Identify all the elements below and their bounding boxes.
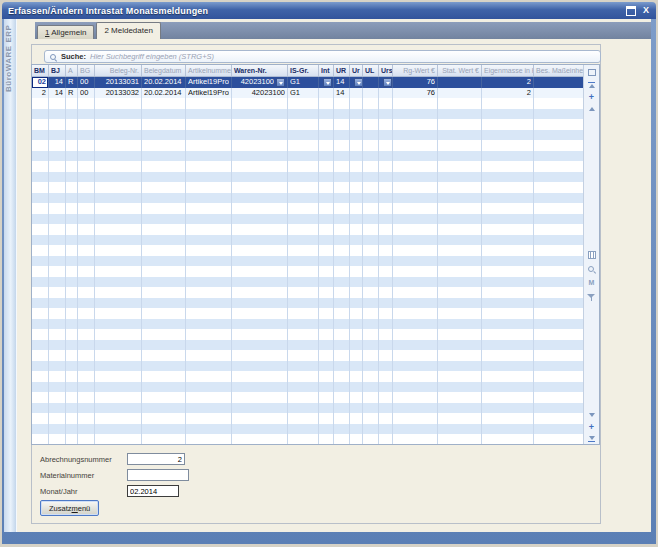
scroll-bottom-icon[interactable]: [584, 433, 599, 445]
table-cell-a[interactable]: R: [66, 88, 78, 99]
table-cell-a[interactable]: R: [66, 77, 78, 88]
table-cell-bm[interactable]: 2: [32, 88, 49, 99]
table-cell-is-gr[interactable]: G1: [288, 77, 319, 88]
table-cell-ul[interactable]: [363, 77, 379, 88]
table-cell-empty: [393, 392, 438, 403]
column-header-stat-wert[interactable]: Stat. Wert €: [438, 65, 482, 76]
table-cell-empty: [66, 340, 78, 351]
filter-icon[interactable]: [584, 291, 599, 303]
table-cell-rg-wert[interactable]: 76: [393, 88, 438, 99]
column-header-eigenmasse[interactable]: Eigenmasse in KG: [482, 65, 534, 76]
table-cell-eigenmasse[interactable]: 2: [482, 88, 534, 99]
table-cell-urs[interactable]: [379, 77, 393, 88]
table-cell-waren-nr[interactable]: 42023100: [232, 88, 288, 99]
column-header-belegdatum[interactable]: Belegdatum: [142, 65, 186, 76]
table-cell-beleg-nr[interactable]: 20133032: [95, 88, 142, 99]
add-row-bottom-icon[interactable]: +: [584, 421, 599, 433]
table-cell-ur2[interactable]: [350, 77, 363, 88]
table-cell-bes-mass[interactable]: [534, 88, 584, 99]
table-cell-bg[interactable]: 00: [78, 77, 95, 88]
duplicate-icon[interactable]: [584, 66, 599, 78]
table-cell-empty: [393, 214, 438, 225]
column-header-rg-wert[interactable]: Rg-Wert €: [393, 65, 438, 76]
scroll-top-icon[interactable]: [584, 79, 599, 91]
table-cell-int[interactable]: [319, 88, 334, 99]
table-cell-int[interactable]: [319, 77, 334, 88]
table-cell-belegdatum[interactable]: 20.02.2014: [142, 77, 186, 88]
table-cell-bes-mass[interactable]: [534, 77, 584, 88]
table-cell-urs[interactable]: [379, 88, 393, 99]
column-header-urs[interactable]: Urs: [379, 65, 393, 76]
dropdown-arrow-icon[interactable]: [383, 78, 392, 87]
column-header-ur1[interactable]: UR: [334, 65, 350, 76]
column-header-waren-nr[interactable]: Waren-Nr.: [232, 65, 288, 76]
zusatzmenu-button[interactable]: Zusatzmenü: [40, 500, 99, 516]
columns-icon[interactable]: [584, 249, 599, 261]
column-header-artikelnummer[interactable]: Artikelnummer: [186, 65, 232, 76]
monat-jahr-field[interactable]: [127, 485, 179, 497]
table-cell-waren-nr[interactable]: 42023100: [232, 77, 288, 88]
sum-icon[interactable]: M: [584, 277, 599, 289]
column-header-a[interactable]: A: [66, 65, 78, 76]
table-cell-stat-wert[interactable]: [438, 88, 482, 99]
column-header-beleg-nr[interactable]: Beleg-Nr.: [95, 65, 142, 76]
column-header-bes-mass[interactable]: Bes. Maßeinheit: [534, 65, 584, 76]
table-cell-bj[interactable]: 14: [49, 88, 66, 99]
table-cell-is-gr[interactable]: G1: [288, 88, 319, 99]
table-cell-stat-wert[interactable]: [438, 77, 482, 88]
table-cell-bm[interactable]: 02: [32, 77, 49, 88]
column-header-is-gr[interactable]: IS-Gr.: [288, 65, 319, 76]
table-cell-empty: [350, 214, 363, 225]
column-header-bg[interactable]: BG: [78, 65, 95, 76]
table-cell-empty: [363, 277, 379, 288]
table-row: [32, 256, 599, 267]
table-cell-ul[interactable]: [363, 88, 379, 99]
table-row: [32, 392, 599, 403]
table-cell-empty: [350, 382, 363, 393]
materialnummer-field[interactable]: [127, 469, 189, 481]
table-cell-empty: [534, 172, 584, 183]
table-cell-empty: [78, 245, 95, 256]
column-header-bm[interactable]: BM: [32, 65, 49, 76]
dropdown-arrow-icon[interactable]: [354, 78, 363, 87]
table-cell-artikelnummer[interactable]: Artikel19Prozer: [186, 88, 232, 99]
add-row-icon[interactable]: +: [584, 91, 599, 103]
table-cell-empty: [32, 119, 49, 130]
table-cell-eigenmasse[interactable]: 2: [482, 77, 534, 88]
table-cell-rg-wert[interactable]: 76: [393, 77, 438, 88]
restore-icon[interactable]: [626, 6, 636, 16]
column-header-int[interactable]: Int: [319, 65, 334, 76]
search-input[interactable]: Suche: Hier Suchbegriff eingeben (STRG+S…: [44, 50, 601, 63]
table-cell-empty: [66, 403, 78, 414]
table-row[interactable]: 214R002013303220.02.2014Artikel19Prozer4…: [32, 88, 599, 99]
table-cell-empty: [32, 130, 49, 141]
table-cell-artikelnummer[interactable]: Artikel19Prozer: [186, 77, 232, 88]
table-cell-bg[interactable]: 00: [78, 88, 95, 99]
tab-meldedaten[interactable]: 2 Meldedaten: [96, 22, 160, 39]
close-icon[interactable]: X: [641, 5, 651, 16]
tab-allgemein[interactable]: 1 Allgemein: [37, 25, 94, 39]
scroll-down-icon[interactable]: [584, 409, 599, 421]
table-cell-ur1[interactable]: 14: [334, 88, 350, 99]
table-cell-empty: [363, 109, 379, 120]
table-cell-empty: [95, 340, 142, 351]
column-header-ul[interactable]: UL: [363, 65, 379, 76]
table-row[interactable]: 0214R002013303120.02.2014Artikel19Prozer…: [32, 77, 599, 88]
column-header-bj[interactable]: BJ: [49, 65, 66, 76]
table-cell-ur2[interactable]: [350, 88, 363, 99]
table-cell-belegdatum[interactable]: 20.02.2014: [142, 88, 186, 99]
column-header-ur2[interactable]: Ur: [350, 65, 363, 76]
dropdown-arrow-icon[interactable]: [323, 78, 332, 87]
table-cell-empty: [78, 277, 95, 288]
dropdown-arrow-icon[interactable]: [276, 78, 285, 87]
table-cell-empty: [78, 403, 95, 414]
table-cell-beleg-nr[interactable]: 20133031: [95, 77, 142, 88]
table-cell-bj[interactable]: 14: [49, 77, 66, 88]
search-table-icon[interactable]: [584, 263, 599, 275]
table-cell-empty: [78, 214, 95, 225]
table-cell-ur1[interactable]: 14: [334, 77, 350, 88]
abrechnungsnummer-field[interactable]: [127, 453, 185, 465]
scroll-up-icon[interactable]: [584, 103, 599, 115]
table-cell-empty: [78, 319, 95, 330]
table-cell-empty: [66, 298, 78, 309]
